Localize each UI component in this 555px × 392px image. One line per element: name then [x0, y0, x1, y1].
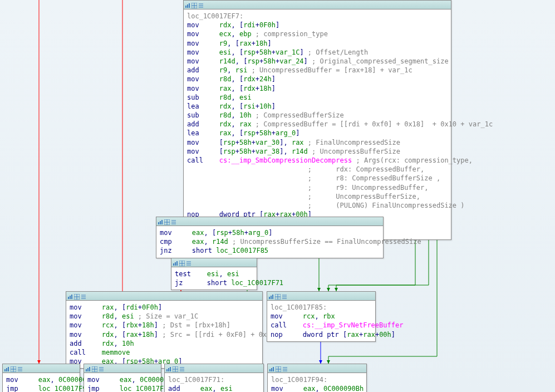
- node-titlebar[interactable]: [156, 217, 383, 226]
- asm-line: call cs:__imp_SmbCompressionDecompress ;…: [187, 156, 448, 165]
- chart-icon[interactable]: [85, 366, 91, 371]
- svg-rect-10: [160, 221, 161, 224]
- svg-rect-37: [271, 296, 272, 299]
- asm-line: mov eax, 0C000090Bh: [271, 384, 363, 392]
- chart-icon[interactable]: [173, 260, 178, 266]
- svg-rect-2: [189, 3, 190, 8]
- asm-line: mov esi, [rsp+58h+var_1C] ; Offset/Lengt…: [187, 48, 448, 57]
- graph-node-n1[interactable]: loc_1C0017EF7:mov rdx, [rdi+0F0h]mov ecx…: [183, 0, 451, 240]
- table-icon[interactable]: [74, 293, 80, 299]
- node-titlebar[interactable]: [66, 292, 262, 301]
- svg-rect-38: [272, 295, 273, 299]
- svg-rect-9: [158, 222, 159, 224]
- chart-icon[interactable]: [185, 2, 190, 8]
- svg-rect-73: [271, 368, 272, 371]
- asm-line: sub r8d, esi: [187, 93, 448, 102]
- table-icon[interactable]: [164, 219, 170, 224]
- node-body: test esi, esijz short loc_1C0017F71: [171, 267, 257, 290]
- list-icon[interactable]: [179, 366, 185, 371]
- table-icon[interactable]: [179, 260, 185, 266]
- svg-rect-28: [70, 296, 71, 299]
- list-icon[interactable]: [186, 260, 191, 266]
- svg-rect-65: [170, 367, 171, 371]
- table-icon[interactable]: [191, 2, 197, 8]
- list-icon[interactable]: [282, 293, 287, 299]
- asm-line: call memmove: [70, 348, 259, 357]
- node-titlebar[interactable]: [165, 364, 263, 373]
- node-body: loc_1C0017EF7:mov rdx, [rdi+0F0h]mov ecx…: [184, 9, 451, 239]
- svg-rect-56: [89, 367, 90, 371]
- asm-line: ; rdx: CompressedBuffer,: [187, 165, 448, 174]
- svg-rect-19: [175, 262, 176, 266]
- node-titlebar[interactable]: [184, 1, 451, 9]
- chart-icon[interactable]: [268, 293, 274, 299]
- asm-line: jnz short loc_1C0017F85: [160, 246, 380, 255]
- asm-line: jmp loc_1C0017F99: [87, 384, 158, 392]
- svg-rect-54: [86, 369, 87, 371]
- svg-rect-11: [161, 220, 163, 224]
- graph-node-n8[interactable]: loc_1C0017F71:add eax, esi: [164, 364, 264, 392]
- chart-icon[interactable]: [166, 366, 171, 371]
- table-icon[interactable]: [11, 366, 16, 371]
- asm-line: loc_1C0017F71:: [168, 375, 260, 384]
- asm-line: ; (PULONG) FinalUncompressedSize ): [187, 201, 448, 210]
- chart-icon[interactable]: [158, 219, 163, 224]
- list-icon[interactable]: [17, 366, 23, 371]
- asm-line: mov r14d, [rsp+58h+var_24] ; Original_co…: [187, 57, 448, 66]
- asm-line: jmp loc_1C0017F99: [6, 384, 76, 392]
- chart-icon[interactable]: [4, 366, 9, 371]
- node-titlebar[interactable]: [171, 258, 257, 267]
- list-icon[interactable]: [99, 366, 104, 371]
- list-icon[interactable]: [81, 293, 86, 299]
- table-icon[interactable]: [276, 366, 281, 371]
- table-icon[interactable]: [92, 366, 97, 371]
- asm-line: lea rax, [rsp+58h+arg_0]: [187, 129, 448, 138]
- svg-rect-29: [71, 295, 72, 299]
- asm-line: mov r8d, esi ; Size = var_1C: [70, 312, 259, 321]
- node-body: mov eax, 0C000009Ahjmp loc_1C0017F99: [84, 373, 161, 392]
- asm-line: loc_1C0017F94:: [271, 375, 363, 384]
- node-titlebar[interactable]: [3, 364, 80, 373]
- table-icon[interactable]: [275, 293, 281, 299]
- svg-rect-1: [187, 4, 188, 8]
- asm-line: call cs:__imp_SrvNetFreeBuffer: [271, 321, 372, 330]
- asm-line: mov [rsp+58h+var_38], r14d ; UncompressB…: [187, 147, 448, 156]
- graph-node-n2[interactable]: mov eax, [rsp+58h+arg_0]cmp eax, r14d ; …: [156, 217, 384, 258]
- asm-line: loc_1C0017EF7:: [187, 12, 448, 21]
- asm-line: mov eax, [rsp+58h+arg_0]: [160, 228, 380, 237]
- node-titlebar[interactable]: [84, 364, 161, 373]
- list-icon[interactable]: [171, 219, 176, 224]
- graph-node-n5[interactable]: loc_1C0017F85:mov rcx, rbxcall cs:__imp_…: [267, 291, 376, 342]
- asm-line: cmp eax, r14d ; UncompressBufferSize == …: [160, 237, 380, 246]
- svg-rect-47: [8, 367, 9, 371]
- svg-rect-18: [173, 263, 174, 266]
- asm-line: mov r9, [rax+18h]: [187, 39, 448, 48]
- asm-line: mov rax, [rdi+0F0h]: [70, 303, 259, 312]
- graph-node-n4[interactable]: mov rax, [rdi+0F0h]mov r8d, esi ; Size =…: [66, 291, 263, 369]
- svg-rect-74: [273, 367, 274, 371]
- graph-node-n7[interactable]: mov eax, 0C000009Ahjmp loc_1C0017F99: [84, 364, 161, 392]
- asm-line: mov rax, [rdx+18h]: [187, 84, 448, 93]
- node-titlebar[interactable]: [268, 364, 366, 373]
- svg-rect-36: [269, 297, 270, 299]
- svg-rect-63: [166, 369, 168, 371]
- svg-rect-27: [68, 297, 69, 299]
- graph-node-n9[interactable]: loc_1C0017F94:mov eax, 0C000090Bh: [267, 364, 367, 392]
- chart-icon[interactable]: [67, 293, 73, 299]
- asm-line: add eax, esi: [168, 384, 260, 392]
- svg-rect-20: [176, 261, 178, 266]
- graph-node-n6[interactable]: mov eax, 0C00000BBhjmp loc_1C0017F99: [2, 364, 80, 392]
- asm-line: mov rcx, rbx: [271, 312, 372, 321]
- asm-line: add rdx, rax ; CompressedBuffer = [[rdi …: [187, 120, 448, 129]
- list-icon[interactable]: [282, 366, 288, 371]
- asm-line: mov eax, 0C00000BBh: [6, 375, 76, 384]
- list-icon[interactable]: [198, 2, 204, 8]
- node-titlebar[interactable]: [267, 292, 375, 301]
- chart-icon[interactable]: [269, 366, 274, 371]
- table-icon[interactable]: [173, 366, 178, 371]
- node-body: mov eax, [rsp+58h+arg_0]cmp eax, r14d ; …: [156, 226, 383, 258]
- svg-rect-46: [6, 368, 7, 371]
- graph-node-n3[interactable]: test esi, esijz short loc_1C0017F71: [171, 258, 257, 290]
- node-body: loc_1C0017F85:mov rcx, rbxcall cs:__imp_…: [267, 301, 375, 341]
- asm-line: mov r8d, [rdx+24h]: [187, 75, 448, 84]
